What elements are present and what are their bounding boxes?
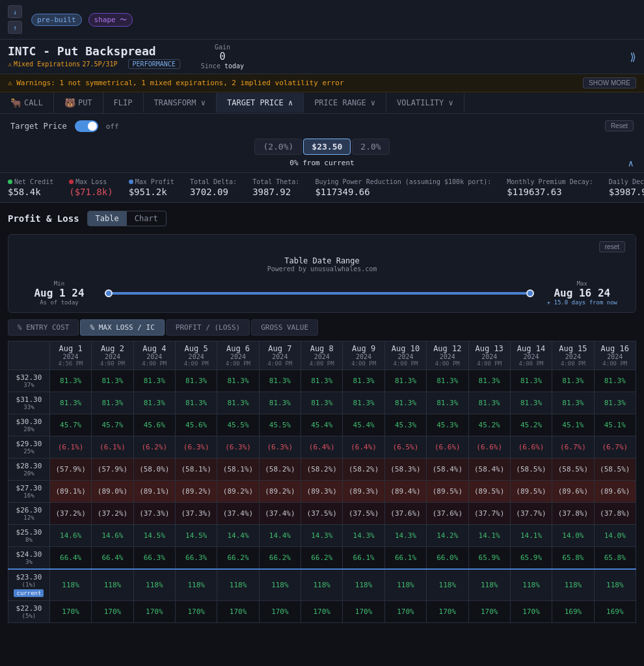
- data-cell: 14.5%: [133, 525, 175, 547]
- total-delta-metric: Total Delta: 3702.09: [190, 178, 237, 197]
- price-cell: $27.3016%: [8, 481, 50, 503]
- data-cell: 45.7%: [49, 414, 91, 436]
- pnl-section: Profit & Loss Table Chart reset Table Da…: [0, 203, 644, 631]
- target-price-row: Target Price off: [10, 120, 634, 132]
- tab-table[interactable]: Table: [88, 211, 127, 226]
- data-cell: (89.5%): [427, 481, 468, 503]
- data-cell: 14.1%: [510, 525, 552, 547]
- price-chip-left[interactable]: (2.0%): [254, 139, 302, 155]
- reset-button[interactable]: Reset: [605, 120, 634, 131]
- data-cell: (37.3%): [175, 503, 217, 525]
- table-row: $28.3020%(57.9%)(57.9%)(58.0%)(58.1%)(58…: [8, 459, 636, 481]
- data-cell: (6.3%): [259, 436, 301, 459]
- data-cell: 81.3%: [343, 392, 384, 414]
- upload-icon[interactable]: ↑: [8, 21, 22, 34]
- data-cell: 118%: [49, 569, 91, 601]
- price-chip-center[interactable]: $23.50: [303, 139, 351, 155]
- data-cell: (37.8%): [552, 503, 594, 525]
- transform-button[interactable]: TRANSFORM ∨: [144, 93, 217, 113]
- sub-tab-entry-cost[interactable]: % ENTRY COST: [8, 319, 79, 336]
- data-cell: 45.3%: [384, 414, 426, 436]
- volatility-button[interactable]: VOLATILITY ∨: [386, 93, 464, 113]
- data-cell: 65.8%: [594, 547, 636, 570]
- buying-power-label: Buying Power Reduction (assuming $100k p…: [315, 178, 491, 185]
- data-cell: 66.2%: [217, 547, 259, 570]
- data-cell: 14.0%: [552, 525, 594, 547]
- price-cell: $31.3033%: [8, 392, 50, 414]
- data-cell: (58.3%): [384, 459, 426, 481]
- col-aug14: Aug 14 2024 4:00 PM: [510, 341, 552, 370]
- flip-button[interactable]: FLIP: [103, 93, 144, 113]
- price-header: [8, 341, 50, 370]
- data-cell: (37.3%): [133, 503, 175, 525]
- daily-decay-metric: Daily Decay: $3987.92: [609, 178, 644, 197]
- data-cell: 81.3%: [92, 370, 133, 392]
- date-range-reset[interactable]: reset: [599, 241, 625, 252]
- max-date: Aug 16 24: [547, 287, 617, 299]
- data-cell: 81.3%: [259, 370, 301, 392]
- put-button[interactable]: 🐻 PUT: [54, 92, 103, 113]
- data-cell: (89.5%): [510, 481, 552, 503]
- date-range-block: reset Table Date Range Powered by unusua…: [8, 234, 636, 313]
- data-cell: (58.5%): [552, 459, 594, 481]
- data-cell: 66.0%: [427, 547, 468, 570]
- data-cell: (37.2%): [49, 503, 91, 525]
- col-aug15: Aug 15 2024 4:00 PM: [552, 341, 594, 370]
- target-price-toggle[interactable]: [75, 120, 98, 132]
- data-cell: (6.2%): [133, 436, 175, 459]
- target-price-button[interactable]: TARGET PRICE ∧: [217, 93, 304, 113]
- data-cell: (89.6%): [552, 481, 594, 503]
- sub-tab-gross-value[interactable]: GROSS VALUE: [251, 319, 318, 336]
- data-cell: 169%: [594, 601, 636, 623]
- data-cell: (37.8%): [594, 503, 636, 525]
- tab-chart[interactable]: Chart: [127, 211, 166, 226]
- data-cell: 45.1%: [552, 414, 594, 436]
- show-more-button[interactable]: SHOW MORE: [583, 77, 636, 88]
- data-cell: 45.7%: [92, 414, 133, 436]
- gain-value: 0: [219, 51, 225, 62]
- col-aug13: Aug 13 2024 4:00 PM: [468, 341, 510, 370]
- data-cell: (37.4%): [217, 503, 259, 525]
- data-cell: 14.3%: [384, 525, 426, 547]
- prebuilt-badge: pre-built: [31, 14, 82, 26]
- call-button[interactable]: 🐂 CALL: [0, 92, 54, 113]
- col-aug5: Aug 5 2024 4:00 PM: [175, 341, 217, 370]
- data-cell: 81.3%: [217, 392, 259, 414]
- data-cell: 118%: [92, 569, 133, 601]
- max-loss-dot: [69, 180, 74, 184]
- data-cell: 45.6%: [133, 414, 175, 436]
- sub-tab-max-loss[interactable]: % MAX LOSS / IC: [80, 319, 164, 336]
- table-row: $26.3012%(37.2%)(37.2%)(37.3%)(37.3%)(37…: [8, 503, 636, 525]
- price-cell: $28.3020%: [8, 459, 50, 481]
- table-row: $29.3025%(6.1%)(6.1%)(6.2%)(6.3%)(6.3%)(…: [8, 436, 636, 459]
- net-credit-metric: Net Credit $58.4k: [8, 178, 53, 197]
- slider-thumb-left[interactable]: [105, 289, 113, 297]
- data-cell: 14.3%: [301, 525, 343, 547]
- daily-decay-label: Daily Decay:: [609, 178, 644, 185]
- data-cell: 14.6%: [92, 525, 133, 547]
- price-chip-right[interactable]: 2.0%: [352, 139, 389, 155]
- table-row: $32.3037%81.3%81.3%81.3%81.3%81.3%81.3%8…: [8, 370, 636, 392]
- date-slider[interactable]: [105, 292, 534, 295]
- data-cell: 14.6%: [49, 525, 91, 547]
- from-current: 0% from current: [10, 159, 634, 167]
- data-cell: 81.3%: [384, 392, 426, 414]
- price-range-button[interactable]: PRICE RANGE ∨: [304, 93, 386, 113]
- expand-button[interactable]: ⟫: [630, 51, 636, 63]
- sub-tab-profit-loss[interactable]: PROFIT / (LOSS): [166, 319, 250, 336]
- max-note: + 15.0 days from now: [547, 299, 617, 306]
- data-cell: 45.5%: [259, 414, 301, 436]
- price-cell: $22.30(5%): [8, 601, 50, 623]
- total-theta-metric: Total Theta: 3987.92: [252, 178, 299, 197]
- data-cell: 170%: [259, 601, 301, 623]
- data-cell: 170%: [301, 601, 343, 623]
- data-cell: 81.3%: [594, 392, 636, 414]
- toolbar: 🐂 CALL 🐻 PUT FLIP TRANSFORM ∨ TARGET PRI…: [0, 92, 644, 114]
- slider-thumb-right[interactable]: [526, 289, 534, 297]
- col-aug10: Aug 10 2024 4:00 PM: [384, 341, 426, 370]
- download-icon[interactable]: ↓: [8, 5, 22, 18]
- data-cell: (89.1%): [133, 481, 175, 503]
- metrics-row: Net Credit $58.4k Max Loss ($71.8k) Max …: [0, 173, 644, 203]
- max-profit-label: Max Profit: [129, 178, 174, 185]
- collapse-button[interactable]: ∧: [628, 158, 634, 168]
